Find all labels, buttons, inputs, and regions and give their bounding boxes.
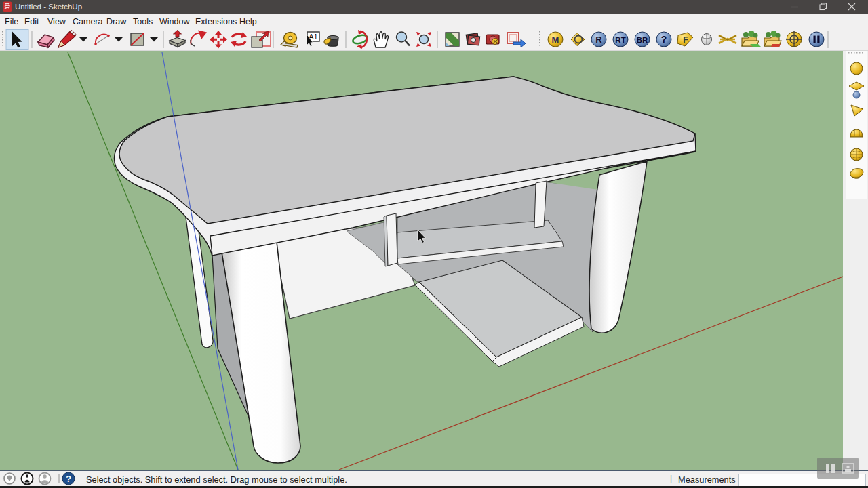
svg-text:R: R — [595, 35, 602, 45]
svg-text:RT: RT — [615, 36, 625, 44]
svg-text:?: ? — [661, 34, 667, 45]
svg-text:F: F — [683, 35, 688, 45]
svg-text:M: M — [552, 35, 559, 45]
svg-text:?: ? — [66, 474, 71, 484]
svg-text:BR: BR — [637, 36, 648, 44]
